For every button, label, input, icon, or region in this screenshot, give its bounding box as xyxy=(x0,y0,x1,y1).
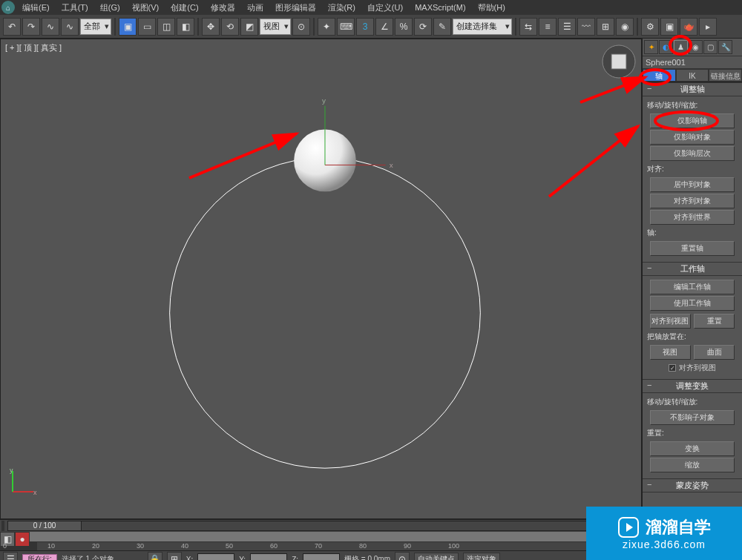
pivot-center-icon[interactable]: ⊙ xyxy=(292,18,310,36)
move-icon[interactable]: ✥ xyxy=(202,18,220,36)
align-to-object-button[interactable]: 对齐到对象 xyxy=(650,194,734,208)
ik-subtab[interactable]: IK xyxy=(676,69,709,82)
window-crossing-icon[interactable]: ◧ xyxy=(177,18,194,36)
align-to-world-button[interactable]: 对齐到世界 xyxy=(650,210,734,225)
app-logo-icon[interactable]: ⌂ xyxy=(1,1,15,14)
create-tab-icon[interactable]: ✦ xyxy=(644,40,658,54)
z-coord-input[interactable] xyxy=(303,553,340,560)
menu-grapheditors[interactable]: 图形编辑器 xyxy=(271,1,321,14)
align-icon[interactable]: ≡ xyxy=(539,18,556,36)
layer-manager-icon[interactable]: ☰ xyxy=(558,18,576,36)
named-sel-dropdown[interactable]: 创建选择集 xyxy=(453,19,512,35)
align-to-view-button[interactable]: 对齐到视图 xyxy=(650,314,691,329)
mini-listener-field[interactable]: 所在行: xyxy=(22,554,57,560)
render-icon[interactable]: 🫖 xyxy=(680,18,697,36)
view-button[interactable]: 视图 xyxy=(650,345,691,360)
selection-filter-dropdown[interactable]: 全部 xyxy=(80,19,111,35)
scale-icon[interactable]: ◩ xyxy=(240,18,258,36)
render-prod-icon[interactable]: ▸ xyxy=(699,18,717,36)
separator xyxy=(313,18,315,36)
link-icon[interactable]: ∿ xyxy=(42,18,59,36)
menu-edit[interactable]: 编辑(E) xyxy=(18,1,54,14)
spinner-snap-icon[interactable]: ⟳ xyxy=(414,18,432,36)
select-object-icon[interactable]: ▣ xyxy=(119,18,137,36)
snap-toggle-icon[interactable]: 3 xyxy=(356,18,374,36)
adaptive-deg-icon[interactable]: ⊙ xyxy=(395,552,410,560)
checkbox-icon[interactable]: ✓ xyxy=(669,364,676,372)
reset-transform-button[interactable]: 变换 xyxy=(650,441,734,456)
separator xyxy=(114,18,116,36)
time-scrub-handle[interactable]: 0 / 100 xyxy=(7,521,82,531)
menu-group[interactable]: 组(G) xyxy=(96,1,125,14)
surface-button[interactable]: 曲面 xyxy=(694,345,735,360)
material-editor-icon[interactable]: ◉ xyxy=(616,18,634,36)
linkinfo-subtab[interactable]: 链接信息 xyxy=(709,69,742,82)
menu-create[interactable]: 创建(C) xyxy=(166,1,203,14)
select-name-icon[interactable]: ▭ xyxy=(138,18,156,36)
menu-rendering[interactable]: 渲染(R) xyxy=(324,1,360,14)
mirror-icon[interactable]: ⇆ xyxy=(519,18,537,36)
motion-tab-icon[interactable]: ◉ xyxy=(689,40,703,54)
viewcube-icon[interactable] xyxy=(601,44,637,79)
separator xyxy=(637,18,638,36)
lock-selection-icon[interactable]: 🔒 xyxy=(148,552,162,560)
affect-hierarchy-only-button[interactable]: 仅影响层次 xyxy=(650,146,734,161)
reset-pivot-button[interactable]: 重置轴 xyxy=(650,241,734,256)
modify-tab-icon[interactable]: ◐ xyxy=(659,40,673,54)
display-tab-icon[interactable]: ▢ xyxy=(703,40,718,54)
coordinate-display-icon[interactable]: ⊞ xyxy=(167,552,182,560)
autokey-button[interactable]: 自动关键点 xyxy=(414,553,459,560)
ref-coord-dropdown[interactable]: 视图 xyxy=(260,19,291,35)
scroll-left-icon[interactable] xyxy=(1,521,4,531)
working-pivot-rollout: 编辑工作轴 使用工作轴 对齐到视图重置 把轴放置在: 视图曲面 ✓ 对齐到视图 xyxy=(643,276,742,379)
axis-gizmo-icon: x y xyxy=(8,467,38,496)
viewport-top[interactable]: [ + ][ 顶 ][ 真实 ] x y x y xyxy=(0,39,642,519)
utilities-tab-icon[interactable]: 🔧 xyxy=(718,40,732,54)
working-pivot-rollout-title[interactable]: 工作轴 xyxy=(643,262,742,276)
curve-editor-icon[interactable]: 〰 xyxy=(577,18,595,36)
menu-view[interactable]: 视图(V) xyxy=(128,1,164,14)
redo-icon[interactable]: ↷ xyxy=(22,18,40,36)
render-setup-icon[interactable]: ⚙ xyxy=(641,18,659,36)
object-name-field[interactable]: Sphere001 xyxy=(643,56,742,69)
pivot-subtab[interactable]: 轴 xyxy=(643,69,676,82)
menu-maxscript[interactable]: MAXScript(M) xyxy=(410,2,470,13)
y-coord-input[interactable] xyxy=(250,553,287,560)
tick: 40 xyxy=(181,542,226,550)
keyboard-shortcut-icon[interactable]: ⌨ xyxy=(337,18,355,36)
align-to-view-checkbox-row[interactable]: ✓ 对齐到视图 xyxy=(646,361,739,375)
rotate-icon[interactable]: ⟲ xyxy=(221,18,239,36)
select-manipulate-icon[interactable]: ✦ xyxy=(318,18,335,36)
render-frame-icon[interactable]: ▣ xyxy=(660,18,678,36)
maxscript-listener-icon[interactable]: ☰ xyxy=(3,552,18,560)
reset-button[interactable]: 重置 xyxy=(694,314,735,329)
orbit-circle xyxy=(170,158,481,469)
adjust-transform-rollout-title[interactable]: 调整变换 xyxy=(643,379,742,393)
adjust-pivot-rollout-title[interactable]: 调整轴 xyxy=(643,82,742,96)
percent-snap-icon[interactable]: % xyxy=(395,18,413,36)
undo-icon[interactable]: ↶ xyxy=(3,18,21,36)
pivot-label: 轴: xyxy=(646,226,739,240)
tick: 30 xyxy=(137,542,181,550)
menu-help[interactable]: 帮助(H) xyxy=(473,1,510,14)
schematic-icon[interactable]: ⊞ xyxy=(597,18,614,36)
use-working-pivot-button[interactable]: 使用工作轴 xyxy=(650,296,734,311)
menu-animation[interactable]: 动画 xyxy=(243,1,268,14)
affect-object-only-button[interactable]: 仅影响对象 xyxy=(650,130,734,145)
select-region-icon[interactable]: ◫ xyxy=(157,18,175,36)
menu-customize[interactable]: 自定义(U) xyxy=(363,1,407,14)
selected-obj-dropdown[interactable]: 选定对象 xyxy=(463,553,500,560)
hierarchy-tab-icon[interactable]: ♟ xyxy=(674,40,688,54)
affect-pivot-only-button[interactable]: 仅影响轴 xyxy=(650,113,734,128)
edit-working-pivot-button[interactable]: 编辑工作轴 xyxy=(650,280,734,294)
menu-modifiers[interactable]: 修改器 xyxy=(206,1,240,14)
reset-scale-button[interactable]: 缩放 xyxy=(650,458,734,472)
x-coord-input[interactable] xyxy=(197,553,234,560)
skin-pose-rollout-title[interactable]: 蒙皮姿势 xyxy=(643,478,742,493)
edit-named-sel-icon[interactable]: ✎ xyxy=(433,18,451,36)
menu-tools[interactable]: 工具(T) xyxy=(57,1,93,14)
dont-affect-children-button[interactable]: 不影响子对象 xyxy=(650,410,734,425)
center-to-object-button[interactable]: 居中到对象 xyxy=(650,177,734,192)
angle-snap-icon[interactable]: ∠ xyxy=(375,18,393,36)
unlink-icon[interactable]: ∿ xyxy=(61,18,79,36)
